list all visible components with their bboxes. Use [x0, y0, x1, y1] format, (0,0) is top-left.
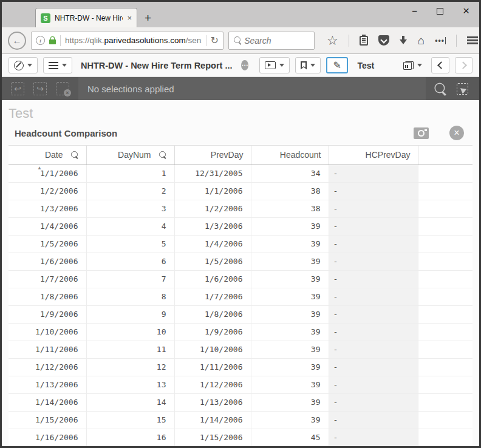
selections-tool-icon[interactable]	[457, 83, 468, 95]
cell-headcount[interactable]: 39	[251, 217, 329, 235]
reload-icon[interactable]: ↻	[211, 35, 219, 46]
cell-prevday[interactable]: 1/2/2006	[174, 200, 251, 217]
cell-daynum[interactable]: 3	[86, 200, 174, 217]
column-header-prevday[interactable]: PrevDay	[174, 146, 251, 165]
new-tab-button[interactable]: +	[145, 13, 151, 23]
cell-hcprevday[interactable]: -	[329, 376, 418, 393]
cell-daynum[interactable]: 15	[86, 411, 174, 429]
cell-headcount[interactable]: 39	[251, 235, 329, 253]
cell-daynum[interactable]: 5	[86, 235, 174, 253]
cell-headcount[interactable]: 39	[251, 376, 329, 393]
page-info-icon[interactable]	[36, 36, 45, 45]
cell-prevday[interactable]: 1/5/2006	[174, 253, 251, 270]
edit-sheet-button[interactable]: ✎	[326, 57, 348, 73]
search-input[interactable]	[244, 36, 309, 46]
sort-ascending-icon[interactable]: ▲	[37, 166, 42, 171]
search-bar[interactable]	[228, 32, 315, 50]
cell-daynum[interactable]: 1	[86, 165, 174, 182]
cell-hcprevday[interactable]: -	[329, 393, 418, 411]
cell-headcount[interactable]: 39	[251, 253, 329, 270]
app-navigation-button[interactable]	[9, 57, 38, 73]
redo-selection-icon[interactable]: ↪	[33, 82, 47, 95]
cell-date[interactable]: 1/11/2006	[9, 341, 86, 358]
column-header-headcount[interactable]: Headcount	[251, 146, 329, 165]
cell-daynum[interactable]: 8	[86, 288, 174, 305]
cell-date[interactable]: 1/2/2006	[9, 182, 86, 200]
cell-hcprevday[interactable]: -	[329, 429, 418, 446]
sheet-selector[interactable]: Test	[353, 57, 426, 73]
cell-daynum[interactable]: 9	[86, 305, 174, 323]
minimize-button[interactable]: –	[412, 7, 417, 15]
cell-headcount[interactable]: 38	[251, 200, 329, 217]
cell-hcprevday[interactable]: -	[329, 411, 418, 429]
cell-hcprevday[interactable]: -	[329, 270, 418, 288]
downloads-icon[interactable]	[400, 36, 408, 45]
cell-hcprevday[interactable]: -	[329, 200, 418, 217]
previous-sheet-button[interactable]	[431, 57, 449, 73]
cell-prevday[interactable]: 1/12/2006	[174, 376, 251, 393]
cell-headcount[interactable]: 39	[251, 288, 329, 305]
snapshot-camera-icon[interactable]	[414, 127, 429, 139]
cell-headcount[interactable]: 39	[251, 305, 329, 323]
cell-headcount[interactable]: 45	[251, 429, 329, 446]
cell-prevday[interactable]: 12/31/2005	[174, 165, 251, 182]
url-text[interactable]: https://qlik.parivedasolutions.com/sense	[65, 36, 202, 45]
cell-prevday[interactable]: 1/13/2006	[174, 393, 251, 411]
cell-hcprevday[interactable]: -	[329, 235, 418, 253]
cell-prevday[interactable]: 1/7/2006	[174, 288, 251, 305]
clear-selections-icon[interactable]: ×	[56, 82, 69, 95]
cell-date[interactable]: 1/3/2006	[9, 200, 86, 217]
bookmark-star-icon[interactable]: ☆	[327, 35, 338, 47]
cell-date[interactable]: 1/7/2006	[9, 270, 86, 288]
browser-tab[interactable]: S NHTR-DW - New Hire Ter... ×	[35, 8, 137, 27]
cell-hcprevday[interactable]: -	[329, 358, 418, 376]
cell-headcount[interactable]: 39	[251, 323, 329, 341]
cell-date[interactable]: 1/14/2006	[9, 393, 86, 411]
url-bar[interactable]: https://qlik.parivedasolutions.com/sense…	[31, 32, 223, 50]
column-header-hcprevday[interactable]: HCPrevDay	[329, 146, 418, 165]
cell-daynum[interactable]: 7	[86, 270, 174, 288]
undo-selection-icon[interactable]: ↩	[11, 82, 24, 95]
cell-hcprevday[interactable]: -	[329, 323, 418, 341]
cell-hcprevday[interactable]: -	[329, 305, 418, 323]
cell-daynum[interactable]: 4	[86, 217, 174, 235]
cell-hcprevday[interactable]: -	[329, 341, 418, 358]
cell-date[interactable]: 1/16/2006	[9, 429, 86, 446]
cell-date[interactable]: 1/4/2006	[9, 217, 86, 235]
cell-date[interactable]: 1/9/2006	[9, 305, 86, 323]
cell-daynum[interactable]: 2	[86, 182, 174, 200]
more-tools-icon[interactable]: •••	[435, 36, 446, 45]
cell-date[interactable]: 1/10/2006	[9, 323, 86, 341]
cell-prevday[interactable]: 1/14/2006	[174, 411, 251, 429]
object-close-icon[interactable]: ×	[449, 126, 464, 140]
cell-headcount[interactable]: 39	[251, 411, 329, 429]
window-close-button[interactable]: ×	[463, 7, 469, 15]
cell-headcount[interactable]: 39	[251, 341, 329, 358]
cell-prevday[interactable]: 1/9/2006	[174, 323, 251, 341]
menu-icon[interactable]	[467, 36, 478, 44]
cell-headcount[interactable]: 39	[251, 270, 329, 288]
cell-daynum[interactable]: 13	[86, 376, 174, 393]
next-sheet-button[interactable]	[455, 57, 472, 73]
cell-date[interactable]: 1/1/2006	[9, 165, 86, 182]
cell-date[interactable]: 1/6/2006	[9, 253, 86, 270]
storytelling-button[interactable]	[259, 57, 290, 73]
cell-daynum[interactable]: 10	[86, 323, 174, 341]
cell-date[interactable]: 1/15/2006	[9, 411, 86, 429]
cell-hcprevday[interactable]: -	[329, 253, 418, 270]
tab-close-icon[interactable]: ×	[127, 15, 132, 22]
cell-prevday[interactable]: 1/15/2006	[174, 429, 251, 446]
cell-date[interactable]: 1/8/2006	[9, 288, 86, 305]
column-search-icon[interactable]	[71, 151, 79, 159]
pocket-icon[interactable]	[378, 35, 389, 46]
cell-daynum[interactable]: 16	[86, 429, 174, 446]
cell-prevday[interactable]: 1/3/2006	[174, 217, 251, 235]
column-header-date[interactable]: Date	[9, 146, 86, 165]
home-icon[interactable]: ⌂	[418, 35, 425, 46]
bookmarks-button[interactable]	[295, 57, 321, 73]
cell-headcount[interactable]: 39	[251, 358, 329, 376]
app-options-button[interactable]	[43, 57, 72, 73]
cell-daynum[interactable]: 14	[86, 393, 174, 411]
cell-prevday[interactable]: 1/4/2006	[174, 235, 251, 253]
cell-daynum[interactable]: 6	[86, 253, 174, 270]
